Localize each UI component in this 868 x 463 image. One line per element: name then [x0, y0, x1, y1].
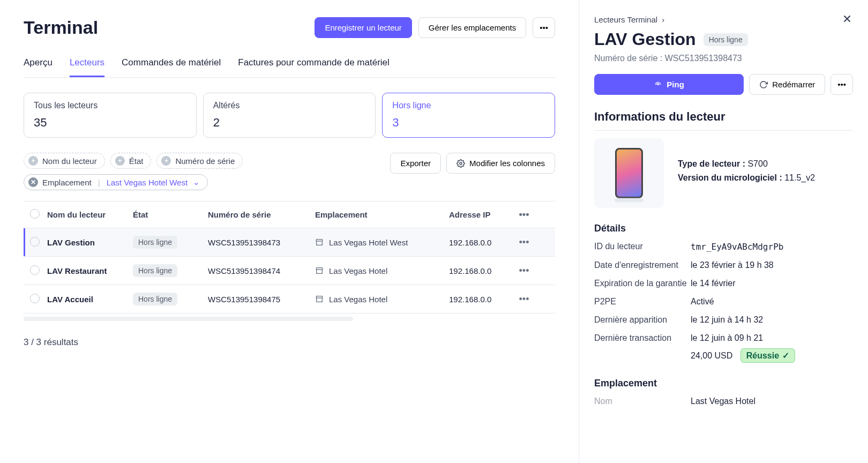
- plus-icon: +: [28, 156, 38, 166]
- page-title: Terminal: [24, 17, 98, 38]
- store-icon: [315, 295, 324, 303]
- table-row[interactable]: LAV Restaurant Hors ligne WSC51395139847…: [24, 257, 555, 285]
- row-ip: 192.168.0.0: [449, 266, 513, 275]
- horizontal-scrollbar[interactable]: [24, 317, 353, 321]
- detail-label: Nom: [594, 397, 691, 406]
- col-serial: Numéro de série: [208, 210, 315, 219]
- row-more-button[interactable]: •••: [513, 265, 535, 277]
- row-location: Las Vegas Hotel: [315, 266, 449, 275]
- row-checkbox[interactable]: [30, 294, 40, 303]
- svg-point-1: [658, 84, 659, 85]
- detail-value-p2pe: Activé: [691, 297, 853, 307]
- overflow-menu-button[interactable]: •••: [533, 17, 555, 38]
- row-name: LAV Accueil: [47, 295, 133, 304]
- row-ip: 192.168.0.0: [449, 238, 513, 247]
- results-count: 3 / 3 résultats: [24, 337, 555, 348]
- tab-hardware-invoices[interactable]: Factures pour commande de matériel: [238, 57, 390, 77]
- manage-locations-button[interactable]: Gérer les emplacements: [418, 17, 526, 38]
- success-badge: Réussie ✓: [740, 348, 795, 363]
- row-location: Las Vegas Hotel: [315, 295, 449, 304]
- row-more-button[interactable]: •••: [513, 237, 535, 248]
- location-heading: Emplacement: [594, 378, 853, 389]
- stat-label: Hors ligne: [392, 101, 545, 110]
- reader-type: Type de lecteur : S700: [678, 159, 815, 169]
- device-image: [594, 138, 664, 208]
- row-serial: WSC513951398475: [208, 295, 315, 304]
- check-icon: ✓: [782, 350, 789, 361]
- stat-label: Altérés: [213, 101, 366, 110]
- filter-chip-serial[interactable]: +Numéro de série: [156, 153, 243, 169]
- register-reader-button[interactable]: Enregistrer un lecteur: [315, 17, 411, 38]
- tabs: Aperçu Lecteurs Commandes de matériel Fa…: [24, 57, 555, 78]
- status-badge: Hors ligne: [133, 264, 177, 277]
- filter-chip-status[interactable]: +État: [110, 153, 152, 169]
- detail-value-warranty: le 14 février: [691, 279, 853, 288]
- detail-value-reader-id: tmr_EyA9vABcMdgrPb: [691, 242, 853, 252]
- ping-button[interactable]: Ping: [594, 74, 744, 95]
- plus-icon: +: [115, 156, 125, 166]
- tab-overview[interactable]: Aperçu: [24, 57, 53, 77]
- store-icon: [315, 266, 324, 275]
- panel-title: LAV Gestion: [594, 29, 696, 49]
- plus-icon: +: [161, 156, 171, 166]
- breadcrumb[interactable]: Lecteurs Terminal ›: [594, 15, 853, 24]
- more-icon: •••: [837, 80, 846, 89]
- table-row[interactable]: LAV Gestion Hors ligne WSC513951398473 L…: [24, 228, 555, 257]
- chevron-down-icon: ⌄: [193, 177, 200, 187]
- panel-status-badge: Hors ligne: [704, 33, 748, 46]
- filter-chip-location[interactable]: ✕ Emplacement | Last Vegas Hotel West ⌄: [24, 174, 208, 190]
- row-more-button[interactable]: •••: [513, 294, 535, 305]
- row-checkbox[interactable]: [30, 265, 40, 275]
- detail-label: P2PE: [594, 297, 691, 307]
- filter-chips: +Nom du lecteur +État +Numéro de série ✕…: [24, 153, 324, 190]
- svg-point-0: [460, 162, 462, 165]
- stat-value: 35: [34, 116, 186, 130]
- tab-hardware-orders[interactable]: Commandes de matériel: [122, 57, 221, 77]
- stat-card-all[interactable]: Tous les lecteurs 35: [24, 93, 197, 138]
- col-location: Emplacement: [315, 210, 449, 219]
- status-badge: Hors ligne: [133, 293, 177, 305]
- detail-label: Date d'enregistrement: [594, 260, 691, 270]
- export-button[interactable]: Exporter: [390, 153, 441, 174]
- stat-card-offline[interactable]: Hors ligne 3: [382, 93, 555, 138]
- restart-button[interactable]: Redémarrer: [749, 74, 825, 95]
- row-ip: 192.168.0.0: [449, 295, 513, 304]
- detail-label: ID du lecteur: [594, 242, 691, 251]
- detail-label: Dernière transaction: [594, 333, 691, 343]
- refresh-icon: [759, 80, 768, 89]
- stat-value: 3: [392, 116, 545, 130]
- col-name: Nom du lecteur: [47, 210, 133, 219]
- stat-card-tampered[interactable]: Altérés 2: [203, 93, 376, 138]
- col-status: État: [133, 210, 208, 219]
- status-badge: Hors ligne: [133, 236, 177, 249]
- table-row[interactable]: LAV Accueil Hors ligne WSC513951398475 L…: [24, 285, 555, 313]
- header-more-button[interactable]: •••: [513, 209, 535, 220]
- details-heading: Détails: [594, 223, 853, 234]
- detail-value-location: Last Vegas Hotel: [691, 397, 853, 406]
- row-checkbox[interactable]: [30, 237, 40, 247]
- row-name: LAV Gestion: [47, 238, 133, 247]
- stat-value: 2: [213, 116, 366, 130]
- close-icon: ✕: [28, 177, 38, 187]
- location-list: Nom Last Vegas Hotel: [594, 397, 853, 406]
- select-all-checkbox[interactable]: [30, 209, 40, 219]
- row-serial: WSC513951398474: [208, 266, 315, 275]
- detail-label: Dernière apparition: [594, 315, 691, 325]
- detail-value-last-seen: le 12 juin à 14 h 32: [691, 315, 853, 325]
- gear-icon: [457, 159, 465, 168]
- tab-readers[interactable]: Lecteurs: [70, 57, 104, 77]
- more-icon: •••: [540, 23, 548, 32]
- chevron-right-icon: ›: [662, 15, 664, 24]
- broadcast-icon: [654, 80, 662, 89]
- row-name: LAV Restaurant: [47, 266, 133, 275]
- detail-panel: Lecteurs Terminal › LAV Gestion Hors lig…: [579, 0, 868, 463]
- filter-chip-name[interactable]: +Nom du lecteur: [24, 153, 105, 169]
- panel-overflow-button[interactable]: •••: [830, 74, 853, 95]
- page-header: Terminal Enregistrer un lecteur Gérer le…: [24, 17, 555, 38]
- detail-value-last-tx: le 12 juin à 09 h 21 24,00 USD Réussie ✓: [691, 333, 853, 363]
- panel-serial: Numéro de série : WSC513951398473: [594, 54, 853, 63]
- stat-label: Tous les lecteurs: [34, 101, 186, 110]
- edit-columns-button[interactable]: Modifier les colonnes: [446, 153, 555, 174]
- close-panel-button[interactable]: [841, 13, 853, 26]
- row-location: Las Vegas Hotel West: [315, 238, 449, 247]
